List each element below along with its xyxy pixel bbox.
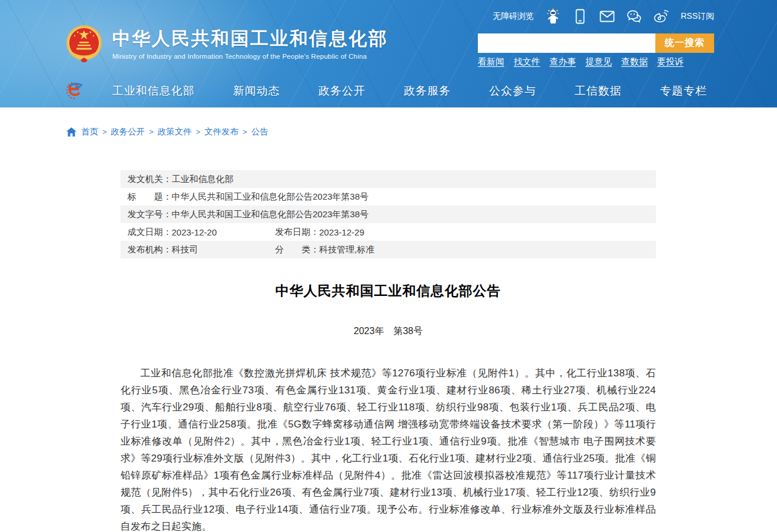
breadcrumb-separator: > [102,127,107,136]
site-header: 无障碍浏览 [0,0,777,107]
weibo-icon[interactable] [654,9,669,24]
meta-row-agency-category: 发布机构： 科技司 分 类： 科技管理,标准 [120,241,656,258]
announcement-title: 中华人民共和国工业和信息化部公告 [120,282,656,300]
meta-value: 中华人民共和国工业和信息化部公告2023年第38号 [172,209,369,220]
breadcrumb-policy-files[interactable]: 政策文件 [158,126,192,137]
meta-label: 发布机构： [128,244,172,255]
breadcrumb-current-announcement: 公告 [251,126,268,137]
rss-link[interactable]: RSS订阅 [681,11,714,22]
breadcrumb-file-release[interactable]: 文件发布 [205,126,239,137]
announcement-issue-number: 2023年 第38号 [120,325,656,338]
breadcrumb-home[interactable]: 首页 [81,126,98,137]
meta-value: 2023-12-20 [172,227,217,237]
site-title-cn: 中华人民共和国工业和信息化部 [112,29,388,49]
document-meta-table: 发文机关： 工业和信息化部 标 题： 中华人民共和国工业和信息化部公告2023年… [120,170,656,258]
quicklink-documents[interactable]: 找文件 [514,56,540,68]
home-icon [66,127,76,137]
quicklink-feedback[interactable]: 提意见 [585,56,612,68]
meta-row-dates: 成文日期： 2023-12-20 发布日期： 2023-12-29 [120,223,656,241]
quicklink-news[interactable]: 看新闻 [478,56,504,68]
miit-page: 无障碍浏览 [0,0,777,532]
meta-cell-category: 分 类： 科技管理,标准 [275,244,374,255]
meta-cell-written-date: 成文日期： 2023-12-20 [128,227,275,238]
meta-cell: 标 题： 中华人民共和国工业和信息化部公告2023年第38号 [128,191,369,203]
meta-value: 科技管理,标准 [319,244,374,255]
quicklink-services[interactable]: 查办事 [550,56,576,68]
meta-label: 分 类： [275,244,319,255]
body-paragraph: 工业和信息化部批准《数控激光拼焊机床 技术规范》等1276项行业标准（见附件1）… [120,365,656,532]
wechat-icon[interactable] [627,9,642,24]
nav-item-gov-info[interactable]: 政务公开 [319,83,366,99]
meta-cell: 发文机关： 工业和信息化部 [128,174,233,185]
search-box: 统一搜索 [478,33,714,53]
meta-cell-agency: 发布机构： 科技司 [128,244,275,255]
miit-e-logo-icon [65,81,83,101]
meta-label: 发布日期： [275,227,319,238]
meta-cell: 发文字号： 中华人民共和国工业和信息化部公告2023年第38号 [128,209,369,220]
main-nav: 工业和信息化部 新闻动态 政务公开 政务服务 公众参与 工信数据 专题专栏 [65,76,712,106]
document-content: 发文机关： 工业和信息化部 标 题： 中华人民共和国工业和信息化部公告2023年… [120,170,656,532]
quicklink-data[interactable]: 查数据 [621,56,648,68]
meta-label: 发文机关： [128,174,172,185]
mobile-icon[interactable] [572,9,588,24]
robot-mascot-icon[interactable] [545,9,561,24]
meta-label: 成文日期： [128,227,172,238]
breadcrumb-separator: > [149,127,154,136]
meta-label: 标 题： [128,191,172,203]
breadcrumb-separator: > [196,127,200,136]
meta-value: 工业和信息化部 [172,174,233,185]
nav-items: 工业和信息化部 新闻动态 政务公开 政务服务 公众参与 工信数据 专题专栏 [112,83,712,99]
meta-row-title: 标 题： 中华人民共和国工业和信息化部公告2023年第38号 [120,188,656,206]
mail-icon[interactable] [600,9,615,24]
nav-item-participation[interactable]: 公众参与 [489,83,536,99]
unified-search-button[interactable]: 统一搜索 [655,33,714,53]
nav-item-miit[interactable]: 工业和信息化部 [112,83,195,99]
quick-links: 看新闻 找文件 查办事 提意见 查数据 要投诉 [478,56,684,68]
nav-item-gov-service[interactable]: 政务服务 [404,83,451,99]
breadcrumb-separator: > [243,127,247,136]
nav-item-topics[interactable]: 专题专栏 [660,83,707,99]
accessibility-link[interactable]: 无障碍浏览 [493,11,534,22]
site-brand[interactable]: 中华人民共和国工业和信息化部 Ministry of Industry and … [65,25,388,63]
meta-row-doc-number: 发文字号： 中华人民共和国工业和信息化部公告2023年第38号 [120,206,656,223]
meta-value: 科技司 [172,244,198,255]
breadcrumb: 首页 > 政务公开 > 政策文件 > 文件发布 > 公告 [66,126,268,137]
meta-value: 2023-12-29 [319,227,364,237]
nav-item-news[interactable]: 新闻动态 [233,83,280,99]
meta-label: 发文字号： [128,209,172,220]
announcement-body: 工业和信息化部批准《数控激光拼焊机床 技术规范》等1276项行业标准（见附件1）… [120,365,656,532]
nav-item-data[interactable]: 工信数据 [575,83,622,99]
meta-cell-publish-date: 发布日期： 2023-12-29 [275,227,364,238]
site-title-block: 中华人民共和国工业和信息化部 Ministry of Industry and … [112,29,388,60]
breadcrumb-gov-info[interactable]: 政务公开 [111,126,145,137]
quicklink-complaint[interactable]: 要投诉 [657,56,684,68]
site-title-en: Ministry of Industry and Information Tec… [112,52,388,60]
national-emblem-icon [65,25,103,63]
search-input[interactable] [478,33,655,53]
meta-value: 中华人民共和国工业和信息化部公告2023年第38号 [172,191,369,203]
meta-row-issuing-authority: 发文机关： 工业和信息化部 [120,170,656,188]
